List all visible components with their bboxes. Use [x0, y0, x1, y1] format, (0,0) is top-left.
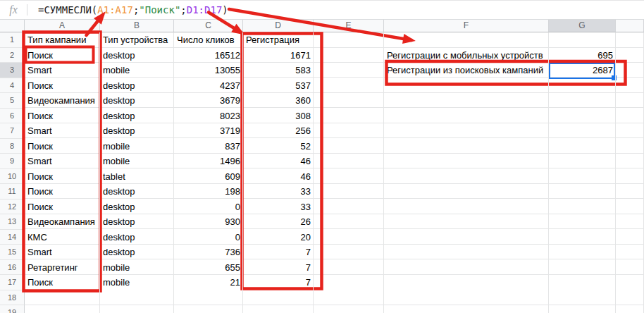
cell-B13[interactable]: desktop [100, 214, 174, 230]
cell-D13[interactable]: 26 [243, 214, 314, 230]
cell-D11[interactable]: 33 [243, 184, 314, 200]
cell-C8[interactable]: 837 [174, 139, 243, 154]
cell-D15[interactable]: 7 [243, 245, 314, 260]
cell-B9[interactable]: mobile [100, 154, 174, 169]
cell-C9[interactable]: 1496 [174, 154, 243, 169]
cell-B8[interactable]: mobile [100, 139, 174, 154]
cell-D1[interactable]: Регистрация [243, 32, 314, 48]
cell-B1[interactable]: Тип устройства [100, 32, 174, 48]
select-all-corner[interactable] [0, 20, 25, 32]
cell-A4[interactable]: Поиск [25, 78, 100, 94]
column-header-C[interactable]: C [174, 20, 243, 32]
cell-A10[interactable]: Поиск [25, 169, 100, 185]
column-header-E[interactable]: E [314, 20, 384, 32]
cell-B12[interactable]: desktop [100, 200, 174, 215]
cell-D10[interactable]: 46 [243, 169, 314, 185]
cell-C1[interactable]: Число кликов [174, 32, 243, 48]
column-header-F[interactable]: F [384, 20, 549, 32]
row-header-4[interactable]: 4 [0, 78, 25, 94]
cell-D4[interactable]: 537 [243, 78, 314, 94]
row-header-12[interactable]: 12 [0, 200, 25, 215]
row-header-6[interactable]: 6 [0, 109, 25, 124]
row-header-7[interactable]: 7 [0, 123, 25, 139]
cell-B4[interactable]: desktop [100, 78, 174, 94]
row-header-15[interactable]: 15 [0, 245, 25, 260]
cell-D7[interactable]: 256 [243, 123, 314, 139]
cell-D6[interactable]: 308 [243, 109, 314, 124]
cell-B5[interactable]: desktop [100, 93, 174, 109]
cell-A7[interactable]: Smart [25, 123, 100, 139]
cell-A12[interactable]: Поиск [25, 200, 100, 215]
column-header-G[interactable]: G [549, 20, 616, 32]
cell-C2[interactable]: 16512 [174, 48, 243, 63]
selected-cell-outline[interactable] [549, 63, 615, 79]
column-header-partial[interactable] [616, 20, 644, 32]
cell-A8[interactable]: Поиск [25, 139, 100, 154]
row-header-9[interactable]: 9 [0, 154, 25, 169]
cell-B16[interactable]: mobile [100, 260, 174, 276]
cell-A6[interactable]: Поиск [25, 109, 100, 124]
cell-C12[interactable]: 0 [174, 200, 243, 215]
cell-C14[interactable]: 0 [174, 230, 243, 245]
column-header-A[interactable]: A [25, 20, 100, 32]
cell-D2[interactable]: 1671 [243, 48, 314, 63]
cell-C4[interactable]: 4237 [174, 78, 243, 94]
cell-A11[interactable]: Поиск [25, 184, 100, 200]
row-header-8[interactable]: 8 [0, 139, 25, 154]
cell-D14[interactable]: 20 [243, 230, 314, 245]
row-header-13[interactable]: 13 [0, 214, 25, 230]
cell-A16[interactable]: Ретаргетинг [25, 260, 100, 276]
cell-A9[interactable]: Smart [25, 154, 100, 169]
cell-A15[interactable]: Smart [25, 245, 100, 260]
formula-input[interactable]: =СУММЕСЛИ(A1:A17;"Поиск";D1:D17) [38, 4, 228, 16]
cell-F3[interactable]: Регистрации из поисковых кампаний [384, 63, 549, 78]
cell-A17[interactable]: Поиск [25, 275, 100, 290]
cell-C16[interactable]: 655 [174, 260, 243, 276]
cell-B7[interactable]: desktop [100, 123, 174, 139]
cell-C11[interactable]: 198 [174, 184, 243, 200]
column-header-D[interactable]: D [243, 20, 314, 32]
cell-D12[interactable]: 33 [243, 200, 314, 215]
row-header-2[interactable]: 2 [0, 48, 25, 63]
row-header-5[interactable]: 5 [0, 93, 25, 109]
row-header-14[interactable]: 14 [0, 230, 25, 245]
cell-C13[interactable]: 930 [174, 214, 243, 230]
row-header-16[interactable]: 16 [0, 260, 25, 276]
row-header-18[interactable]: 18 [0, 290, 25, 306]
cell-A3[interactable]: Smart [25, 63, 100, 78]
column-header-B[interactable]: B [100, 20, 174, 32]
cell-C15[interactable]: 736 [174, 245, 243, 260]
cell-D3[interactable]: 583 [243, 63, 314, 78]
cell-B17[interactable]: mobile [100, 275, 174, 290]
cell-B15[interactable]: desktop [100, 245, 174, 260]
cell-B6[interactable]: desktop [100, 109, 174, 124]
cell-B3[interactable]: mobile [100, 63, 174, 78]
cell-B10[interactable]: tablet [100, 169, 174, 185]
cell-A5[interactable]: Видеокампания [25, 93, 100, 109]
row-header-11[interactable]: 11 [0, 184, 25, 200]
cell-F2[interactable]: Регистрации с мобильных устройств [384, 48, 549, 63]
cell-C10[interactable]: 609 [174, 169, 243, 185]
cell-D17[interactable]: 7 [243, 275, 314, 290]
cell-C3[interactable]: 13055 [174, 63, 243, 78]
cell-D5[interactable]: 360 [243, 93, 314, 109]
cell-C5[interactable]: 3679 [174, 93, 243, 109]
cell-B2[interactable]: desktop [100, 48, 174, 63]
row-header-3[interactable]: 3 [0, 63, 25, 78]
cell-B14[interactable]: desktop [100, 230, 174, 245]
cell-A13[interactable]: Видеокампания [25, 214, 100, 230]
row-header-10[interactable]: 10 [0, 169, 25, 185]
row-header-19[interactable]: 19 [0, 305, 25, 313]
cell-A1[interactable]: Тип кампании [25, 32, 100, 48]
cell-B11[interactable]: desktop [100, 184, 174, 200]
row-header-17[interactable]: 17 [0, 275, 25, 290]
cell-A2[interactable]: Поиск [25, 48, 100, 63]
cell-C17[interactable]: 21 [174, 275, 243, 290]
cell-C6[interactable]: 8023 [174, 109, 243, 124]
cell-A14[interactable]: КМС [25, 230, 100, 245]
cell-D9[interactable]: 46 [243, 154, 314, 169]
row-header-1[interactable]: 1 [0, 32, 25, 48]
cell-D8[interactable]: 52 [243, 139, 314, 154]
cell-C7[interactable]: 3719 [174, 123, 243, 139]
cell-G2[interactable]: 695 [549, 48, 616, 63]
